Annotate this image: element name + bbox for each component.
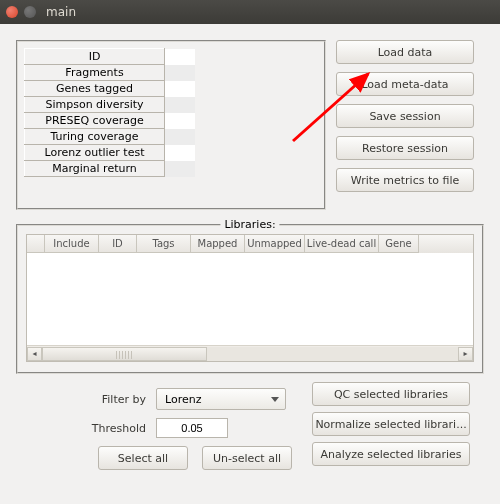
titlebar: main [0,0,500,24]
metrics-label: PRESEQ coverage [25,113,165,129]
filter-by-value: Lorenz [165,393,201,406]
libraries-grid[interactable]: IncludeIDTagsMappedUnmappedLive-dead cal… [26,234,474,362]
metrics-label: Fragments [25,65,165,81]
metrics-table: IDFragmentsGenes taggedSimpson diversity… [24,48,195,177]
metrics-value [165,65,195,81]
main-window: IDFragmentsGenes taggedSimpson diversity… [0,24,500,504]
metrics-value [165,113,195,129]
scroll-thumb[interactable] [42,347,207,361]
metrics-value [165,145,195,161]
metrics-row: Simpson diversity [25,97,195,113]
horizontal-scrollbar[interactable]: ◂ ▸ [27,345,473,361]
window-title: main [46,5,76,19]
column-header[interactable] [27,235,45,253]
select-all-button[interactable]: Select all [98,446,188,470]
right-button-column: Load data Load meta-data Save session Re… [336,40,474,210]
metrics-row: Lorenz outlier test [25,145,195,161]
normalize-button[interactable]: Normalize selected librari... [312,412,470,436]
load-data-button[interactable]: Load data [336,40,474,64]
column-header[interactable]: ID [99,235,137,253]
minimize-icon[interactable] [24,6,36,18]
column-header[interactable]: Live-dead call [305,235,379,253]
metrics-value [165,161,195,177]
libraries-frame: Libraries: IncludeIDTagsMappedUnmappedLi… [16,224,484,374]
grid-body [27,253,473,345]
metrics-label: Genes tagged [25,81,165,97]
metrics-value [165,97,195,113]
save-session-button[interactable]: Save session [336,104,474,128]
close-icon[interactable] [6,6,18,18]
threshold-label: Threshold [16,422,146,435]
scroll-track[interactable] [42,347,458,361]
grid-header: IncludeIDTagsMappedUnmappedLive-dead cal… [27,235,473,253]
filter-by-combo[interactable]: Lorenz [156,388,286,410]
metrics-row: Genes tagged [25,81,195,97]
metrics-panel: IDFragmentsGenes taggedSimpson diversity… [16,40,326,210]
unselect-all-button[interactable]: Un-select all [202,446,292,470]
metrics-label: Marginal return [25,161,165,177]
metrics-label: Simpson diversity [25,97,165,113]
column-header[interactable]: Tags [137,235,191,253]
column-header[interactable]: Unmapped [245,235,305,253]
action-buttons: QC selected libraries Normalize selected… [312,382,470,466]
analyze-button[interactable]: Analyze selected libraries [312,442,470,466]
column-header[interactable]: Include [45,235,99,253]
metrics-value [165,81,195,97]
metrics-value [165,49,195,65]
load-meta-data-button[interactable]: Load meta-data [336,72,474,96]
metrics-value [165,129,195,145]
metrics-row: PRESEQ coverage [25,113,195,129]
filter-by-label: Filter by [16,393,146,406]
metrics-row: ID [25,49,195,65]
metrics-row: Marginal return [25,161,195,177]
scroll-left-icon[interactable]: ◂ [27,347,42,361]
restore-session-button[interactable]: Restore session [336,136,474,160]
threshold-input[interactable] [156,418,228,438]
write-metrics-button[interactable]: Write metrics to file [336,168,474,192]
metrics-label: Lorenz outlier test [25,145,165,161]
metrics-row: Turing coverage [25,129,195,145]
metrics-label: ID [25,49,165,65]
scroll-right-icon[interactable]: ▸ [458,347,473,361]
libraries-title: Libraries: [220,218,279,231]
column-header[interactable]: Mapped [191,235,245,253]
metrics-label: Turing coverage [25,129,165,145]
column-header[interactable]: Gene [379,235,419,253]
metrics-row: Fragments [25,65,195,81]
qc-button[interactable]: QC selected libraries [312,382,470,406]
